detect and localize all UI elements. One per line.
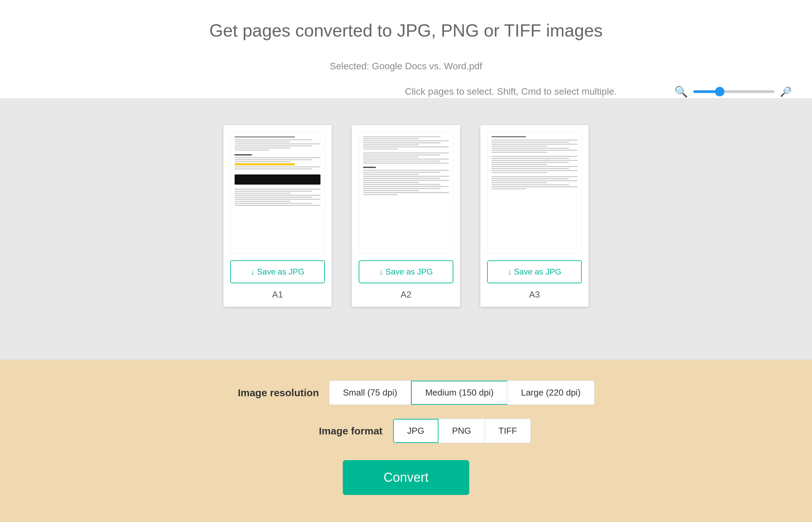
format-jpg-button[interactable]: JPG	[393, 419, 439, 443]
preview-section: ↓ Save as JPG A1	[0, 98, 812, 359]
resolution-label: Image resolution	[217, 387, 319, 399]
page-label-a2: A2	[401, 289, 411, 300]
page-label-a1: A1	[272, 289, 283, 300]
settings-section: Image resolution Small (75 dpi) Medium (…	[0, 360, 812, 522]
page-wrapper: Get pages converted to JPG, PNG or TIFF …	[0, 0, 812, 522]
doc-content-a1	[230, 132, 325, 211]
format-tiff-button[interactable]: TIFF	[485, 419, 531, 443]
top-section: Get pages converted to JPG, PNG or TIFF …	[0, 0, 812, 98]
doc-content-a2	[359, 132, 453, 200]
page-label-a3: A3	[529, 289, 540, 300]
page-thumbnail-a3	[487, 132, 582, 254]
page-card-a2[interactable]: ↓ Save as JPG A2	[352, 125, 460, 307]
save-jpg-button-a1[interactable]: ↓ Save as JPG	[230, 260, 325, 283]
zoom-controls: 🔍 🔎	[674, 85, 792, 98]
selected-file: Selected: Google Docs vs. Word.pdf	[0, 61, 812, 72]
page-thumbnail-a1	[230, 132, 325, 254]
resolution-row: Image resolution Small (75 dpi) Medium (…	[217, 380, 594, 405]
resolution-large-button[interactable]: Large (220 dpi)	[507, 381, 594, 405]
format-label: Image format	[281, 425, 383, 437]
format-png-button[interactable]: PNG	[439, 419, 485, 443]
pages-container: ↓ Save as JPG A1	[223, 125, 589, 307]
page-title: Get pages converted to JPG, PNG or TIFF …	[0, 20, 812, 41]
page-thumbnail-a2	[359, 132, 453, 254]
format-row: Image format JPG PNG TIFF	[281, 419, 531, 443]
page-card-a1[interactable]: ↓ Save as JPG A1	[223, 125, 332, 307]
resolution-medium-button[interactable]: Medium (150 dpi)	[411, 381, 507, 405]
zoom-in-icon[interactable]: 🔎	[780, 86, 792, 97]
save-jpg-button-a2[interactable]: ↓ Save as JPG	[359, 260, 453, 283]
zoom-slider[interactable]	[693, 90, 774, 93]
format-group: JPG PNG TIFF	[393, 419, 531, 443]
resolution-small-button[interactable]: Small (75 dpi)	[329, 381, 411, 405]
resolution-group: Small (75 dpi) Medium (150 dpi) Large (2…	[329, 380, 594, 405]
page-card-a3[interactable]: ↓ Save as JPG A3	[480, 125, 589, 307]
doc-content-a3	[487, 132, 582, 195]
instruction-text: Click pages to select. Shift, Cmd to sel…	[347, 86, 675, 97]
convert-button[interactable]: Convert	[343, 460, 469, 495]
save-jpg-button-a3[interactable]: ↓ Save as JPG	[487, 260, 582, 283]
instruction-row: Click pages to select. Shift, Cmd to sel…	[0, 85, 812, 98]
zoom-out-icon[interactable]: 🔍	[674, 85, 688, 98]
